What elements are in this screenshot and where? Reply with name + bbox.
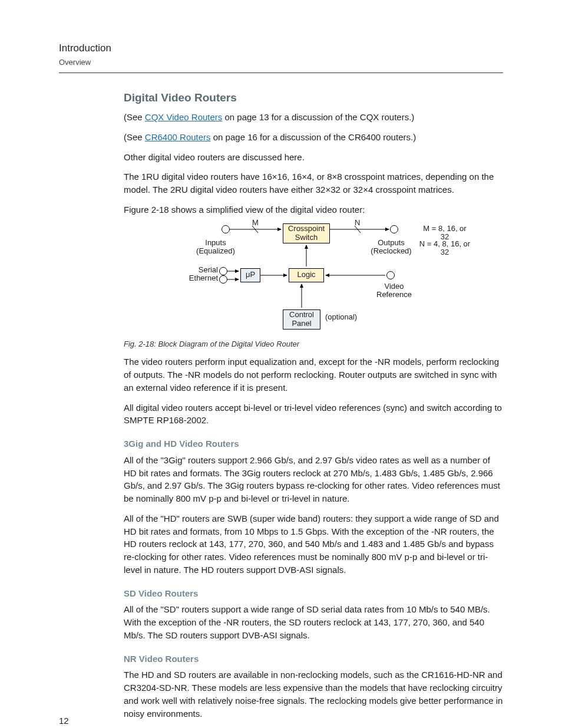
para-fig-intro: Figure 2-18 shows a simplified view of t… <box>124 203 503 216</box>
node-vref <box>386 271 395 279</box>
para-see-cr6400: (See CR6400 Routers on page 16 for a dis… <box>124 131 503 144</box>
node-serial <box>219 267 227 275</box>
text: (See <box>124 132 145 142</box>
node-input <box>222 225 230 233</box>
heading-sd: SD Video Routers <box>124 587 503 600</box>
link-cqx-video-routers[interactable]: CQX Video Routers <box>145 112 222 122</box>
link-cr6400-routers[interactable]: CR6400 Routers <box>145 132 211 142</box>
para-sd: All of the "SD" routers support a wide r… <box>124 603 503 641</box>
box-logic: Logic <box>289 268 324 282</box>
label-ethernet: Ethernet <box>181 274 218 283</box>
para-1ru: The 1RU digital video routers have 16×16… <box>124 170 503 196</box>
label-m: M <box>252 219 259 228</box>
label-outputs: Outputs (Reclocked) <box>368 239 415 256</box>
para-other: Other digital video routers are discusse… <box>124 151 503 164</box>
page-number: 12 <box>59 714 69 727</box>
text: on page 16 for a discussion of the CR640… <box>211 132 416 142</box>
header-rule <box>59 73 503 73</box>
node-output <box>390 225 398 233</box>
label-optional: (optional) <box>325 313 357 322</box>
header-subtitle: Overview <box>59 57 503 68</box>
heading-3gig-hd: 3Gig and HD Video Routers <box>124 437 503 450</box>
heading-digital-video-routers: Digital Video Routers <box>124 90 503 106</box>
text: on page 13 for a discussion of the CQX r… <box>222 112 414 122</box>
block-diagram: Crosspoint Switch Logic μP Control Panel… <box>165 223 471 335</box>
para-see-cqx: (See CQX Video Routers on page 13 for a … <box>124 111 503 124</box>
heading-nr: NR Video Routers <box>124 653 503 666</box>
label-video-reference: Video Reference <box>368 282 421 300</box>
figure-caption: Fig. 2-18: Block Diagram of the Digital … <box>124 339 503 350</box>
para-accept: All digital video routers accept bi-leve… <box>124 401 503 427</box>
box-microprocessor: μP <box>240 268 260 282</box>
box-control-panel: Control Panel <box>283 309 320 330</box>
box-crosspoint-switch: Crosspoint Switch <box>283 223 330 243</box>
label-inputs: Inputs (Equalized) <box>192 239 239 256</box>
label-n: N <box>355 219 360 228</box>
node-ethernet <box>219 275 227 284</box>
para-nr: The HD and SD routers are available in n… <box>124 668 503 720</box>
text: (See <box>124 112 145 122</box>
para-3gig-2: All of the "HD" routers are SWB (super w… <box>124 512 503 577</box>
para-perform: The video routers perform input equaliza… <box>124 355 503 394</box>
page-content: Digital Video Routers (See CQX Video Rou… <box>124 90 503 720</box>
label-n-eq: N = 4, 8, 16, or 32 <box>418 240 471 258</box>
header-title: Introduction <box>59 41 503 56</box>
para-3gig-1: All of the "3Gig" routers support 2.966 … <box>124 454 503 505</box>
